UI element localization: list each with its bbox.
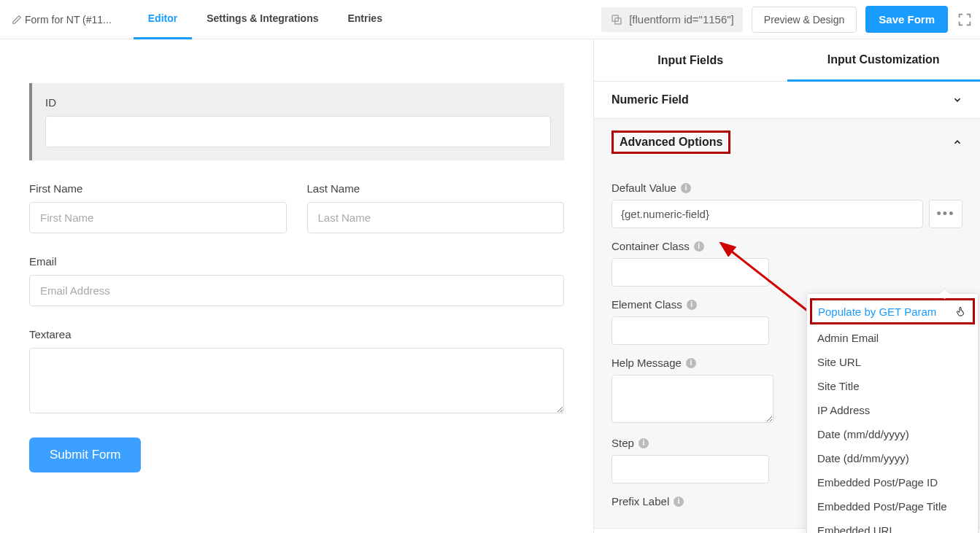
opt-container-class: Container Class i xyxy=(611,240,962,287)
dropdown-item-ip-address[interactable]: IP Address xyxy=(807,398,978,422)
opt-element-class-label: Element Class xyxy=(611,298,682,311)
fullscreen-icon[interactable] xyxy=(957,12,973,28)
dropdown-item-date-mdy[interactable]: Date (mm/dd/yyyy) xyxy=(807,422,978,446)
help-message-input[interactable] xyxy=(611,375,773,423)
copy-icon xyxy=(610,13,623,26)
preview-design-button[interactable]: Preview & Design xyxy=(752,7,857,33)
opt-step-label: Step xyxy=(611,437,634,449)
panel-advanced-title: Advanced Options xyxy=(620,136,722,148)
info-icon[interactable]: i xyxy=(686,358,696,368)
step-input[interactable] xyxy=(611,455,769,483)
form-title: Form for NT (#11... xyxy=(25,14,112,26)
field-textarea-label: Textarea xyxy=(29,328,564,341)
field-firstname-label: First Name xyxy=(29,182,287,195)
sidebar: Input Fields Input Customization Numeric… xyxy=(593,39,980,533)
opt-container-class-label: Container Class xyxy=(611,240,690,252)
dropdown-item-label: Populate by GET Param xyxy=(818,306,936,318)
info-icon[interactable]: i xyxy=(638,438,649,448)
save-form-button[interactable]: Save Form xyxy=(865,6,948,33)
dropdown-item-date-dmy[interactable]: Date (dd/mm/yyyy) xyxy=(807,446,978,470)
field-email-block[interactable]: Email xyxy=(29,255,564,306)
field-lastname-input[interactable] xyxy=(307,202,565,233)
field-id-block[interactable]: ID xyxy=(29,83,564,160)
opt-default-value: Default Value i ••• xyxy=(611,182,962,228)
field-name-block[interactable]: First Name Last Name xyxy=(29,182,564,233)
cursor-hand-icon xyxy=(955,305,967,318)
field-textarea-block[interactable]: Textarea xyxy=(29,328,564,416)
field-id-input[interactable] xyxy=(45,116,551,147)
panel-advanced-options[interactable]: Advanced Options xyxy=(594,119,980,166)
dropdown-item-populate-get[interactable]: Populate by GET Param xyxy=(810,298,975,324)
shortcode-picker-button[interactable]: ••• xyxy=(929,200,962,228)
element-class-input[interactable] xyxy=(611,316,769,345)
dropdown-item-embedded-id[interactable]: Embedded Post/Page ID xyxy=(807,470,978,494)
chevron-down-icon xyxy=(952,95,962,105)
dropdown-item-site-url[interactable]: Site URL xyxy=(807,350,978,374)
info-icon[interactable]: i xyxy=(681,183,691,193)
tab-settings[interactable]: Settings & Integrations xyxy=(192,0,333,39)
sidebar-tab-input-fields[interactable]: Input Fields xyxy=(594,39,787,82)
chevron-up-icon xyxy=(952,137,962,147)
container-class-input[interactable] xyxy=(611,258,769,287)
field-email-label: Email xyxy=(29,255,564,268)
info-icon[interactable]: i xyxy=(674,497,684,507)
dropdown-item-embedded-title[interactable]: Embedded Post/Page Title xyxy=(807,494,978,518)
opt-help-message-label: Help Message xyxy=(611,357,682,369)
pencil-icon xyxy=(12,15,22,25)
sidebar-tab-input-customization[interactable]: Input Customization xyxy=(787,39,981,82)
info-icon[interactable]: i xyxy=(687,300,697,310)
dropdown-item-site-title[interactable]: Site Title xyxy=(807,374,978,398)
submit-button[interactable]: Submit Form xyxy=(29,437,141,472)
tab-entries[interactable]: Entries xyxy=(333,0,396,39)
panel-numeric-field[interactable]: Numeric Field xyxy=(594,82,980,118)
form-canvas: ID First Name Last Name Email Textarea xyxy=(0,39,593,533)
field-lastname-label: Last Name xyxy=(307,182,565,195)
shortcode-box[interactable]: [fluentform id="1156"] xyxy=(601,7,743,32)
field-submit-block[interactable]: Submit Form xyxy=(29,437,564,472)
field-email-input[interactable] xyxy=(29,275,564,306)
dropdown-item-embedded-url[interactable]: Embedded URL xyxy=(807,518,978,533)
opt-prefix-label-label: Prefix Label xyxy=(611,495,669,507)
tab-editor[interactable]: Editor xyxy=(134,0,192,39)
dropdown-item-admin-email[interactable]: Admin Email xyxy=(807,326,978,350)
shortcode-text: [fluentform id="1156"] xyxy=(629,13,734,26)
highlight-advanced-options: Advanced Options xyxy=(611,131,730,154)
opt-default-value-label: Default Value xyxy=(611,182,676,194)
info-icon[interactable]: i xyxy=(694,241,704,252)
default-value-input[interactable] xyxy=(611,200,923,228)
shortcode-dropdown: Populate by GET Param Admin Email Site U… xyxy=(806,293,979,533)
field-firstname-input[interactable] xyxy=(29,202,287,233)
field-id-label: ID xyxy=(45,96,551,109)
field-textarea-input[interactable] xyxy=(29,348,564,413)
panel-numeric-title: Numeric Field xyxy=(611,93,689,106)
